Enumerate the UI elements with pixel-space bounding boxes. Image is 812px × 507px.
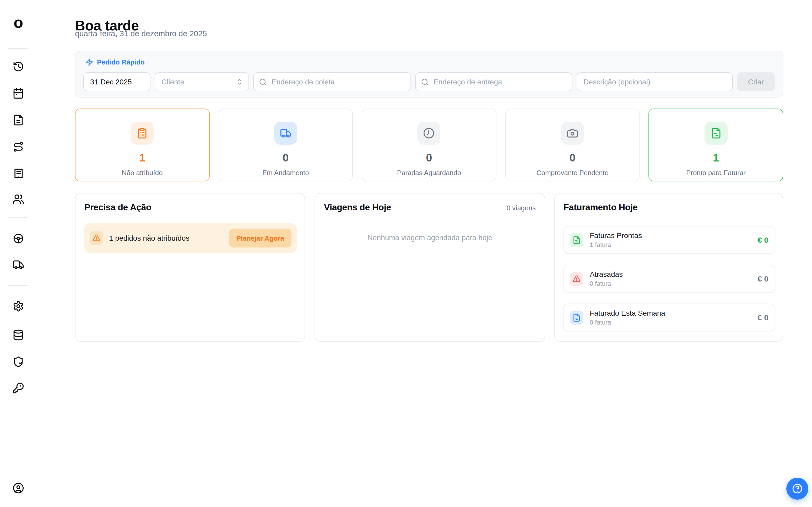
stat-value: 1 <box>139 152 145 164</box>
route-icon <box>13 141 24 153</box>
sidebar-item-settings[interactable] <box>0 297 37 316</box>
clipboard-list-icon <box>136 127 148 139</box>
quick-order-header: Pedido Rápido <box>85 58 145 66</box>
stat-label: Pronto para Faturar <box>686 169 746 177</box>
quick-order-label: Pedido Rápido <box>97 58 145 66</box>
receipt-icon <box>13 168 24 179</box>
document-icon <box>13 114 24 126</box>
help-circle-icon <box>792 483 803 494</box>
quick-order-form: Cliente Criar <box>83 72 775 91</box>
sidebar-item-security[interactable] <box>0 352 37 371</box>
shield-check-icon <box>13 356 24 368</box>
quick-order-panel: Pedido Rápido Cliente Criar <box>75 51 783 98</box>
warning-triangle-icon <box>572 275 581 283</box>
stat-card-proof-pending[interactable]: 0 Comprovante Pendente <box>505 109 640 181</box>
invoice-icon <box>572 313 581 322</box>
status-cards: 1 Não atribuído 0 Em Andamento 0 Paradas… <box>75 109 783 181</box>
account-icon <box>13 483 24 494</box>
chevrons-up-down-icon <box>236 78 243 86</box>
search-icon <box>259 78 267 86</box>
stat-value: 0 <box>426 152 432 164</box>
billing-row-ready[interactable]: Faturas Prontas 1 fatura € 0 <box>563 226 775 254</box>
app-logo: o <box>0 15 37 31</box>
trips-empty-state: Nenhuma viagem agendada para hoje <box>315 233 545 242</box>
stat-card-ready-to-invoice[interactable]: 1 Pronto para Faturar <box>649 109 783 181</box>
needs-action-panel: Precisa de Ação 1 pedidos não atribuídos… <box>75 193 305 342</box>
description-input[interactable] <box>577 72 733 91</box>
stat-card-in-progress[interactable]: 0 Em Andamento <box>218 109 353 181</box>
stat-value: 1 <box>713 152 719 164</box>
create-order-button[interactable]: Criar <box>737 72 775 91</box>
unassigned-alert: 1 pedidos não atribuídos Planejar Agora <box>84 223 297 253</box>
camera-icon <box>567 127 578 139</box>
sidebar-divider <box>8 48 28 49</box>
delivery-address-input[interactable] <box>432 77 567 87</box>
delivery-address-field <box>415 72 572 91</box>
panel-title: Precisa de Ação <box>84 203 151 213</box>
users-icon <box>13 193 24 205</box>
history-icon <box>13 61 24 72</box>
stat-card-unassigned[interactable]: 1 Não atribuído <box>75 109 210 181</box>
sidebar-item-calendar[interactable] <box>0 84 37 103</box>
dashboard-page: o <box>0 0 812 507</box>
stat-label: Comprovante Pendente <box>536 169 608 177</box>
database-icon <box>13 329 24 341</box>
stat-value: 0 <box>569 152 575 164</box>
billing-amount: € 0 <box>757 313 768 322</box>
warning-triangle-icon <box>92 234 101 242</box>
trips-today-panel: Viagens de Hoje 0 viagens Nenhuma viagem… <box>314 193 545 342</box>
order-date-input[interactable] <box>83 72 151 91</box>
stat-label: Em Andamento <box>263 169 309 177</box>
sidebar-item-data[interactable] <box>0 326 37 344</box>
billing-amount: € 0 <box>757 274 768 283</box>
pickup-address-field <box>253 72 411 91</box>
panel-title: Viagens de Hoje <box>324 203 391 213</box>
sidebar-item-invoices[interactable] <box>0 164 37 183</box>
sidebar-item-drivers[interactable] <box>0 229 37 248</box>
sidebar-divider <box>8 472 28 472</box>
truck-icon <box>13 259 24 271</box>
client-select[interactable]: Cliente <box>155 72 249 91</box>
client-select-value: Cliente <box>162 77 184 86</box>
search-icon <box>421 78 429 86</box>
billing-sub: 0 fatura <box>590 280 757 287</box>
sidebar: o <box>0 0 37 507</box>
billing-sub: 0 fatura <box>590 319 757 326</box>
sidebar-item-history[interactable] <box>0 57 37 76</box>
billing-row-overdue[interactable]: Atrasadas 0 fatura € 0 <box>563 265 775 292</box>
sidebar-item-orders[interactable] <box>0 111 37 129</box>
truck-icon <box>280 127 291 139</box>
key-icon <box>13 382 24 394</box>
sidebar-item-routes[interactable] <box>0 137 37 156</box>
help-button[interactable] <box>786 477 808 500</box>
panel-title: Faturamento Hoje <box>564 203 638 213</box>
plan-now-button[interactable]: Planejar Agora <box>229 229 291 247</box>
billing-today-panel: Faturamento Hoje Faturas Prontas 1 fatur… <box>554 193 783 342</box>
billing-label: Faturado Esta Semana <box>590 309 757 317</box>
billing-amount: € 0 <box>757 235 768 244</box>
sidebar-divider <box>8 217 28 218</box>
sidebar-item-vehicles[interactable] <box>0 255 37 274</box>
zap-icon <box>85 58 93 66</box>
stat-label: Não atribuído <box>122 169 163 177</box>
trips-count: 0 viagens <box>507 204 536 212</box>
billing-row-invoiced-week[interactable]: Faturado Esta Semana 0 fatura € 0 <box>563 303 775 331</box>
stat-card-stops-waiting[interactable]: 0 Paradas Aguardando <box>362 109 496 181</box>
billing-label: Faturas Prontas <box>590 231 757 240</box>
sidebar-divider <box>8 285 28 286</box>
settings-icon <box>13 300 24 312</box>
steering-wheel-icon <box>13 233 24 244</box>
stat-label: Paradas Aguardando <box>397 169 461 177</box>
alert-text: 1 pedidos não atribuídos <box>109 234 229 242</box>
sidebar-item-customers[interactable] <box>0 190 37 209</box>
calendar-icon <box>13 88 24 99</box>
billing-sub: 1 fatura <box>590 241 757 248</box>
page-date: quarta-feira, 31 de dezembro de 2025 <box>75 29 207 38</box>
sidebar-item-access-keys[interactable] <box>0 379 37 397</box>
clock-icon <box>423 127 435 139</box>
invoice-icon <box>710 127 721 139</box>
billing-label: Atrasadas <box>590 270 757 278</box>
pickup-address-input[interactable] <box>271 77 405 87</box>
stat-value: 0 <box>283 152 289 164</box>
sidebar-item-account[interactable] <box>0 479 37 498</box>
